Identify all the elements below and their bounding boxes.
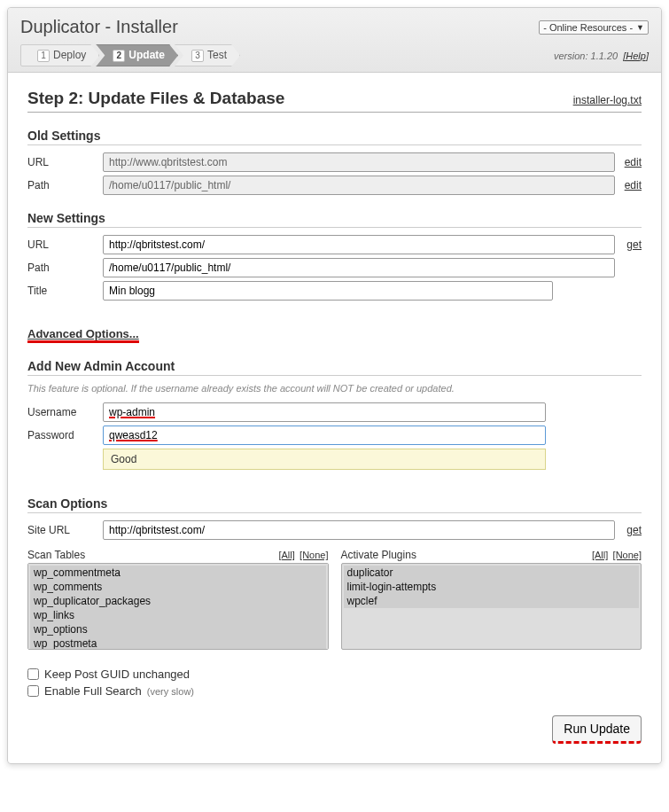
tables-none-link[interactable]: [None]	[299, 550, 328, 560]
scan-tables-select[interactable]: wp_commentmetawp_commentswp_duplicator_p…	[27, 563, 329, 650]
plugin-option[interactable]: duplicator	[344, 566, 640, 580]
new-url-label: URL	[27, 238, 103, 251]
site-url-get-link[interactable]: get	[626, 524, 642, 536]
version-label: version: 1.1.20 [Help]	[554, 51, 649, 61]
online-resources-dropdown[interactable]: - Online Resources -	[539, 20, 649, 35]
old-url-input	[103, 152, 615, 172]
old-path-input	[103, 176, 615, 195]
new-url-get-link[interactable]: get	[626, 238, 642, 251]
step-deploy[interactable]: 1Deploy	[20, 44, 99, 66]
table-option[interactable]: wp_commentmeta	[30, 566, 326, 580]
new-title-label: Title	[27, 285, 103, 297]
table-option[interactable]: wp_postmeta	[30, 636, 326, 650]
site-url-input[interactable]	[103, 520, 615, 540]
password-label: Password	[27, 429, 103, 441]
admin-account-heading: Add New Admin Account	[27, 359, 642, 376]
app-title: Duplicator - Installer	[20, 17, 178, 37]
table-option[interactable]: wp_comments	[30, 580, 326, 594]
password-strength: Good	[103, 449, 546, 470]
table-option[interactable]: wp_links	[30, 608, 326, 622]
run-update-button[interactable]: Run Update	[552, 715, 642, 744]
new-title-input[interactable]	[103, 281, 553, 301]
plugin-option[interactable]: wpclef	[344, 594, 640, 608]
username-input[interactable]	[103, 402, 546, 422]
old-url-label: URL	[27, 156, 103, 168]
tables-all-link[interactable]: [All]	[278, 550, 294, 560]
plugins-none-link[interactable]: [None]	[613, 550, 642, 560]
scan-tables-label: Scan Tables	[27, 549, 85, 561]
old-path-label: Path	[27, 179, 103, 191]
new-path-input[interactable]	[103, 258, 615, 277]
new-url-input[interactable]	[103, 235, 615, 254]
page-title: Step 2: Update Files & Database	[27, 89, 284, 108]
full-search-note: (very slow)	[147, 686, 194, 697]
admin-note: This feature is optional. If the usernam…	[27, 383, 642, 394]
scan-options-heading: Scan Options	[27, 496, 642, 513]
activate-plugins-label: Activate Plugins	[341, 549, 416, 561]
keep-guid-checkbox[interactable]	[27, 668, 39, 680]
new-settings-heading: New Settings	[27, 211, 642, 228]
step-test[interactable]: 3Test	[175, 44, 240, 66]
password-input[interactable]	[103, 426, 546, 445]
help-link[interactable]: [Help]	[623, 51, 649, 61]
plugins-all-link[interactable]: [All]	[592, 550, 608, 560]
new-path-label: Path	[27, 262, 103, 274]
old-settings-heading: Old Settings	[27, 129, 642, 145]
table-option[interactable]: wp_duplicator_packages	[30, 594, 326, 608]
plugin-option[interactable]: limit-login-attempts	[344, 580, 640, 594]
installer-log-link[interactable]: installer-log.txt	[573, 94, 642, 106]
step-update[interactable]: 2Update	[96, 44, 178, 66]
username-label: Username	[27, 406, 103, 418]
full-search-label: Enable Full Search	[44, 684, 142, 698]
advanced-options-toggle[interactable]: Advanced Options...	[27, 327, 139, 343]
wizard-steps: 1Deploy 2Update 3Test	[20, 44, 240, 66]
full-search-checkbox[interactable]	[27, 685, 39, 697]
old-path-edit-link[interactable]: edit	[625, 179, 642, 191]
table-option[interactable]: wp_options	[30, 622, 326, 636]
site-url-label: Site URL	[27, 524, 103, 536]
keep-guid-label: Keep Post GUID unchanged	[44, 668, 190, 681]
old-url-edit-link[interactable]: edit	[625, 156, 642, 168]
activate-plugins-select[interactable]: duplicatorlimit-login-attemptswpclef	[341, 563, 642, 650]
